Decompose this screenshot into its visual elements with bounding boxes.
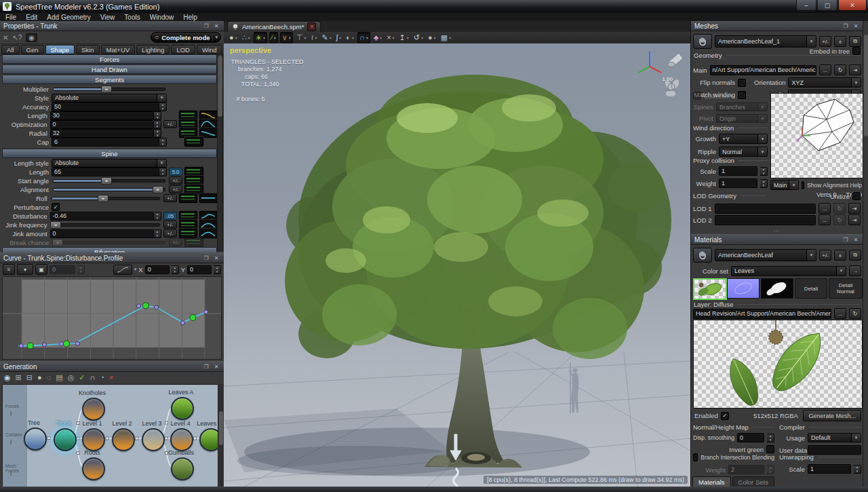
close-button[interactable]: ✕: [838, 0, 867, 11]
tab-skin[interactable]: Skin: [76, 45, 99, 54]
hand-icon[interactable]: [693, 34, 712, 49]
menu-view[interactable]: View: [100, 14, 115, 21]
tab-all[interactable]: All: [1, 45, 20, 54]
lock-tool-icon[interactable]: ∩: [90, 373, 95, 381]
close-panel-icon[interactable]: ✕: [212, 254, 220, 262]
remove-node-tool-icon[interactable]: ⊟: [26, 373, 33, 382]
mask-tool-icon[interactable]: ◐▾: [344, 33, 355, 43]
growth-dropdown[interactable]: +Y▾: [719, 134, 768, 144]
lod1-field[interactable]: [715, 204, 816, 214]
start-angle-slider[interactable]: ◂▸: [53, 179, 165, 183]
meshes-panel-header[interactable]: Meshes ❐✕: [691, 21, 863, 31]
menu-window[interactable]: Window: [150, 14, 174, 21]
style-dropdown[interactable]: Absolute▾: [52, 94, 167, 102]
spinner[interactable]: ▴▾: [159, 138, 167, 147]
detail-texture-button[interactable]: Detail: [795, 278, 827, 299]
panel-splitter[interactable]: ⋯: [691, 227, 863, 234]
mesh-preview[interactable]: [770, 93, 864, 178]
curve-chip-green[interactable]: [179, 229, 197, 238]
curve-chip-curve-blue-down[interactable]: [199, 128, 218, 138]
select-node-tool-icon[interactable]: ◉: [4, 373, 11, 382]
variance-button[interactable]: +/-: [169, 185, 182, 193]
proxy-scale-field[interactable]: 1: [719, 166, 757, 176]
close-panel-icon[interactable]: ✕: [212, 22, 220, 30]
curve-chip-curve-blue-s[interactable]: [199, 211, 218, 221]
spinner[interactable]: ▴▾: [154, 212, 161, 221]
curve-chip-green[interactable]: [184, 167, 203, 176]
hand-drawn-tool-icon[interactable]: ▤: [56, 373, 62, 382]
pivot-dropdown[interactable]: Origin▾: [716, 114, 768, 123]
minimize-button[interactable]: –: [796, 0, 816, 11]
branch-blend-checkbox[interactable]: [693, 453, 698, 461]
document-close-icon[interactable]: ✕: [307, 22, 316, 31]
enabled-checkbox[interactable]: ✓: [721, 412, 729, 420]
unitize-checkbox[interactable]: [852, 192, 861, 200]
spine-tool-icon[interactable]: ≀▾: [309, 33, 318, 43]
tab-mat-uv[interactable]: Mat+UV: [101, 45, 136, 54]
texture-preview[interactable]: [693, 320, 863, 409]
curve-chip-green[interactable]: [179, 128, 197, 138]
float-panel-icon[interactable]: ❐: [202, 22, 210, 30]
tab-lighting[interactable]: Lighting: [136, 45, 170, 54]
variance-button[interactable]: +/-: [169, 238, 182, 246]
spinner[interactable]: ▴▾: [159, 168, 167, 176]
curve-flatten-icon[interactable]: ≡: [3, 264, 15, 275]
mesh-copy-button[interactable]: ⧉: [849, 36, 861, 47]
curve-preset-dropdown[interactable]: ▾: [17, 264, 33, 275]
flip-normals-checkbox[interactable]: [738, 79, 746, 87]
color-set-dropdown[interactable]: Leaves▾: [731, 266, 846, 276]
refresh-icon[interactable]: ↻: [833, 214, 846, 225]
generator-node-level-4[interactable]: [170, 428, 193, 451]
spines-dropdown[interactable]: Branches▾: [716, 102, 768, 111]
section-bifurcation[interactable]: Bifurcation: [2, 247, 217, 252]
collection-checkbox[interactable]: [693, 92, 701, 100]
prune-tool-icon[interactable]: ×▾: [385, 33, 395, 43]
delete-node-tool-icon[interactable]: ×: [109, 373, 113, 381]
menu-edit[interactable]: Edit: [26, 14, 37, 21]
generator-node-trunk[interactable]: [54, 428, 77, 451]
radial-field[interactable]: 32: [50, 129, 155, 138]
curve-type-button[interactable]: [113, 265, 132, 275]
close-panel-icon[interactable]: ✕: [852, 236, 860, 244]
leaf-tool-icon[interactable]: ∗▾: [254, 32, 267, 43]
spinner[interactable]: ▴▾: [154, 120, 161, 129]
length-field[interactable]: 30: [50, 111, 155, 120]
refresh-icon[interactable]: ↻: [834, 64, 846, 75]
unwrap-scale-field[interactable]: 1: [808, 464, 851, 474]
browse-button[interactable]: ...: [818, 214, 831, 225]
menu-file[interactable]: File: [5, 14, 16, 21]
enable-tool-icon[interactable]: ✓: [79, 373, 85, 382]
length-field[interactable]: 65: [52, 168, 159, 176]
frond-tool-icon[interactable]: ∕▾: [269, 32, 278, 43]
tree-display-tool-icon[interactable]: ⊤▾: [295, 33, 308, 43]
send-to-icon[interactable]: ⇥: [848, 214, 861, 225]
curve-stamp-icon[interactable]: ▣: [35, 264, 47, 275]
curve-chip-line-blue[interactable]: [199, 193, 218, 203]
variance-button[interactable]: +/-: [163, 194, 177, 202]
generator-node-leaves-b[interactable]: [199, 428, 218, 451]
orientation-dropdown[interactable]: XYZ▾: [788, 77, 861, 88]
bottom-tab-materials[interactable]: Materials: [692, 476, 731, 487]
ball-display-tool-icon[interactable]: ●: [37, 373, 42, 381]
material-plusminus-button[interactable]: +/-: [819, 250, 831, 261]
refresh-icon[interactable]: ↻: [833, 203, 846, 214]
float-panel-icon[interactable]: ❐: [842, 236, 850, 244]
send-to-icon[interactable]: ⇥: [848, 203, 861, 214]
maximize-button[interactable]: ▢: [817, 0, 837, 11]
draw-spline-tool-icon[interactable]: ✎▾: [321, 33, 333, 43]
generation-panel-header[interactable]: Generation ❐ ✕: [0, 362, 224, 372]
jink-frequency-slider[interactable]: ◂▸: [52, 223, 160, 227]
usage-dropdown[interactable]: Default▾: [808, 433, 861, 442]
curve-chip-curve-blue-bump[interactable]: [199, 119, 218, 129]
viewport[interactable]: perspective TRIANGLES - SELECTED branche…: [224, 43, 690, 487]
sphere-tool-icon[interactable]: ●▾: [427, 33, 437, 43]
bone-tool-icon[interactable]: ʃ▾: [335, 33, 342, 43]
browse-button[interactable]: ...: [818, 203, 831, 214]
optimization-field[interactable]: 0: [50, 120, 154, 129]
title-bar[interactable]: SpeedTree Modeler v6.2.3 (Games Edition)…: [0, 0, 868, 13]
mesh-add-button[interactable]: ±: [834, 36, 846, 47]
generator-node-level-3[interactable]: [142, 428, 165, 451]
spinner[interactable]: ▴▾: [154, 129, 161, 138]
spinner[interactable]: ▴▾: [154, 111, 161, 120]
panel-tool-icon[interactable]: ▦▾: [439, 33, 452, 43]
